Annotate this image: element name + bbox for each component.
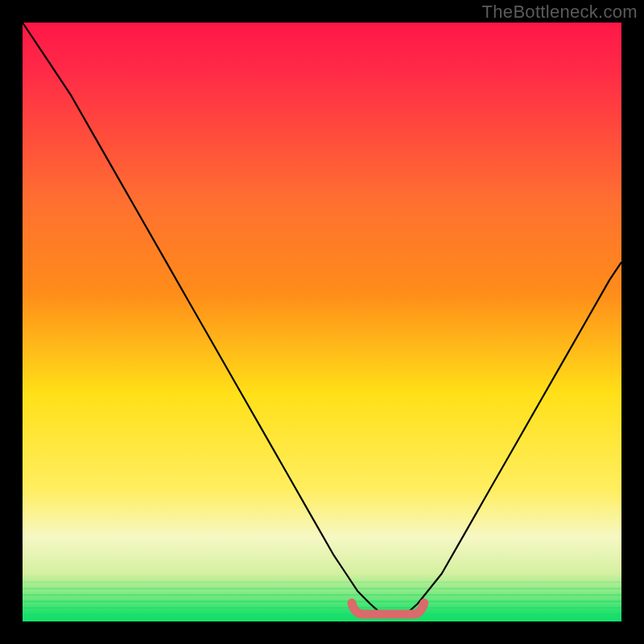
green-band [23, 581, 621, 583]
watermark-text: TheBottleneck.com [482, 2, 638, 23]
chart-container: TheBottleneck.com [0, 0, 644, 644]
green-band [23, 594, 621, 596]
green-band [23, 588, 621, 589]
green-band [23, 607, 621, 609]
green-band [23, 613, 621, 615]
plot-background [23, 23, 621, 621]
bottleneck-chart [0, 0, 644, 644]
green-band [23, 601, 621, 602]
